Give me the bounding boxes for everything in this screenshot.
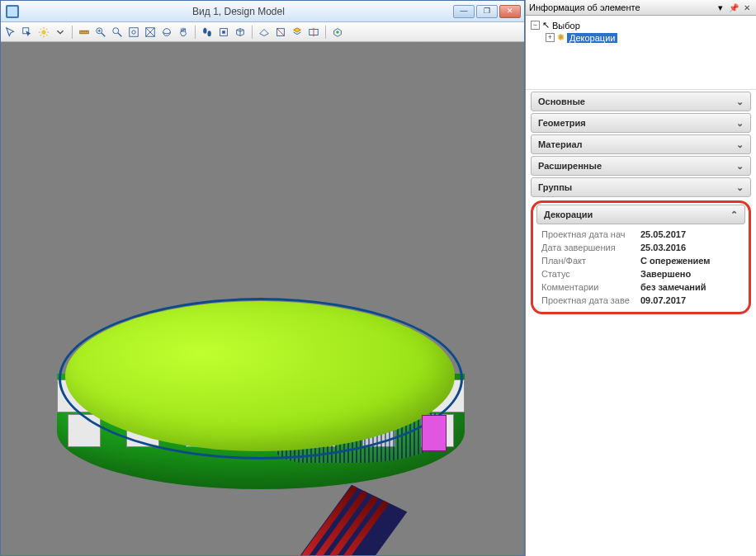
axo-icon[interactable] [159,25,174,40]
window-controls: — ❐ ✕ [453,5,521,18]
prop-label: Дата завершения [541,243,640,252]
section-material[interactable]: Материал⌄ [531,134,751,154]
prop-value[interactable]: 25.03.2016 [640,243,686,252]
box-icon[interactable] [233,25,248,40]
prop-value[interactable]: без замечаний [640,282,706,292]
prop-value[interactable]: 09.07.2017 [640,295,686,305]
view-icon [6,5,19,18]
svg-line-9 [46,28,47,29]
model-illustration [50,290,480,554]
tree-root[interactable]: − ↖ Выбор [531,19,751,31]
app: Вид 1, Design Model — ❐ ✕ [0,0,756,556]
close-button[interactable]: ✕ [499,5,521,18]
section-groups[interactable]: Группы⌄ [531,177,751,197]
select-window-icon[interactable] [20,25,35,40]
svg-rect-20 [130,27,139,36]
svg-line-7 [46,35,47,35]
svg-point-21 [132,30,135,33]
chevron-down-icon: ⌄ [736,139,744,150]
prop-label: Проектная дата заве [541,295,640,305]
prop-label: Статус [541,269,640,279]
window-title: Вид 1, Design Model [24,6,453,17]
zoom-in-icon[interactable] [93,25,108,40]
svg-line-19 [118,32,121,35]
svg-point-31 [336,31,339,34]
chevron-down-icon: ⌄ [736,161,744,172]
svg-line-15 [102,32,105,35]
prop-label: План/Факт [541,256,640,266]
title-bar: Вид 1, Design Model — ❐ ✕ [1,1,524,22]
prop-row: Проектная дата нач25.05.2017 [541,228,740,241]
separator [252,26,253,39]
prop-row: Проектная дата заве09.07.2017 [541,294,740,307]
pan-icon[interactable] [176,25,191,40]
section-extended[interactable]: Расширенные⌄ [531,156,751,176]
isolate-icon[interactable] [330,25,345,40]
fit-icon[interactable] [126,25,141,40]
maximize-button[interactable]: ❐ [476,5,498,18]
svg-point-25 [207,31,210,36]
zoom-icon[interactable] [110,25,125,40]
svg-point-18 [113,27,119,33]
chevron-down-icon: ⌄ [736,97,744,107]
region-icon[interactable] [143,25,158,40]
look-icon[interactable] [216,25,231,40]
tree-root-label: Выбор [552,21,580,31]
svg-rect-27 [222,31,225,34]
section-basic[interactable]: Основные⌄ [531,92,751,111]
section-icon[interactable] [273,25,288,40]
tree-child[interactable]: + ✺ Декорации [531,31,751,44]
cursor-icon: ↖ [542,20,550,31]
elements-icon[interactable] [290,25,305,40]
properties-grid: Проектная дата нач25.05.2017 Дата заверш… [541,228,740,307]
prop-row: Дата завершения25.03.2016 [541,241,740,254]
prop-value[interactable]: Завершено [640,269,691,279]
pin-icon[interactable]: 📌 [728,2,739,13]
info-title: Информация об элементе [529,2,718,12]
viewport-3d[interactable] [1,42,524,555]
chevron-down-icon: ⌄ [736,118,744,129]
chevron-up-icon: ⌃ [730,210,738,220]
prop-row: СтатусЗавершено [541,267,740,280]
section-decorations[interactable]: Декорации⌃ [536,205,745,224]
info-header: Информация об элементе ▾ 📌 ✕ [526,0,756,16]
sun-icon: ✺ [557,32,565,43]
prop-label: Комментарии [541,282,640,292]
svg-point-1 [41,30,45,34]
svg-point-24 [203,27,206,33]
viewport-toolbar [1,22,524,42]
svg-point-23 [163,28,171,35]
info-panel: Информация об элементе ▾ 📌 ✕ − ↖ Выбор +… [525,0,756,556]
measure-icon[interactable] [77,25,92,40]
separator [325,26,326,39]
close-panel-button[interactable]: ✕ [741,2,753,13]
tree-child-label: Декорации [567,33,617,43]
viewport-window: Вид 1, Design Model — ❐ ✕ [0,0,525,556]
chevron-down-icon: ⌄ [736,182,744,193]
prop-row: План/ФактС опережением [541,254,740,267]
select-icon[interactable] [3,25,18,40]
svg-line-6 [40,28,41,29]
separator [195,26,196,39]
prop-value[interactable]: С опережением [640,256,710,266]
svg-line-8 [40,35,41,35]
expand-icon[interactable]: + [546,33,555,42]
clip-icon[interactable] [306,25,321,40]
light-icon[interactable] [36,25,51,40]
section-geometry[interactable]: Геометрия⌄ [531,113,751,133]
selection-tree: − ↖ Выбор + ✺ Декорации [526,16,756,90]
accordion: Основные⌄ Геометрия⌄ Материал⌄ Расширенн… [526,90,756,314]
section-decorations-highlight: Декорации⌃ Проектная дата нач25.05.2017 … [531,200,751,314]
minimize-button[interactable]: — [453,5,475,18]
plane-icon[interactable] [257,25,272,40]
prop-row: Комментариибез замечаний [541,280,740,294]
prop-label: Проектная дата нач [541,229,640,239]
dropdown-icon[interactable] [53,25,68,40]
prop-value[interactable]: 25.05.2017 [640,229,686,239]
walk-icon[interactable] [200,25,215,40]
separator [72,26,73,39]
dropdown-icon[interactable]: ▾ [718,2,723,13]
collapse-icon[interactable]: − [531,21,540,30]
